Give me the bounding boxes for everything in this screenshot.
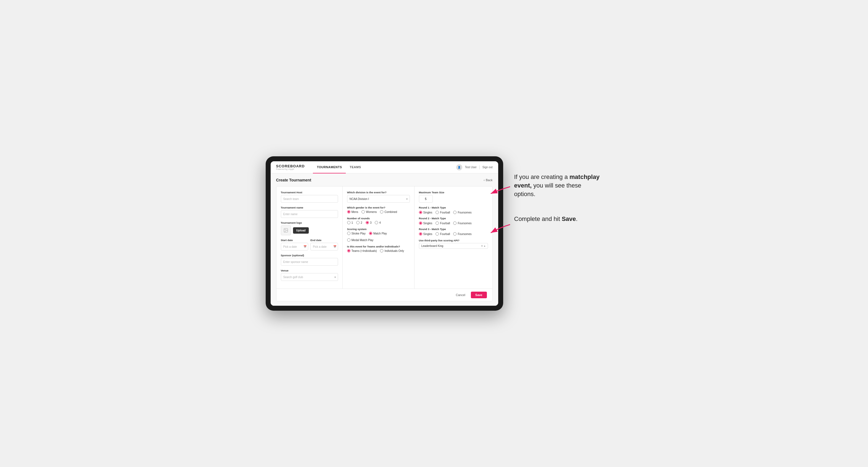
sign-out-link[interactable]: Sign out	[483, 166, 493, 169]
rounds-label: Number of rounds	[347, 217, 410, 220]
round3-radio-group: Singles Fourball Foursomes	[419, 232, 488, 236]
sponsor-label: Sponsor (optional)	[281, 254, 338, 257]
logo-title: SCOREBOARD	[276, 164, 305, 168]
logo-sub: Powered by clippit	[276, 168, 305, 170]
division-select[interactable]: NCAA Division I	[347, 195, 410, 203]
round-4[interactable]: 4	[375, 221, 381, 224]
venue-input[interactable]	[281, 273, 338, 281]
annotation-area: If you are creating a matchplay event, y…	[514, 156, 602, 223]
gender-mens[interactable]: Mens	[347, 210, 358, 214]
r1-foursomes[interactable]: Foursomes	[453, 211, 471, 214]
page-title: Create Tournament	[276, 178, 311, 182]
round3-label: Round 3 - Match Type	[419, 227, 488, 230]
tournament-logo-group: Tournament logo	[281, 221, 338, 235]
annotation-bottom-text: Complete and hit Save.	[514, 215, 602, 223]
date-row: Start date End date	[281, 239, 338, 254]
round1-radio-group: Singles Fourball Foursomes	[419, 211, 488, 214]
teams-group: Is this event for Teams and/or Individua…	[347, 245, 410, 252]
scoring-match[interactable]: Match Play	[369, 232, 387, 235]
teams-teams[interactable]: Teams (+Individuals)	[347, 249, 377, 252]
r3-fourball[interactable]: Fourball	[436, 232, 450, 236]
r1-singles[interactable]: Singles	[419, 211, 432, 214]
logo-upload-area: Upload	[281, 225, 338, 235]
start-date-label: Start date	[281, 239, 308, 242]
logo-area: SCOREBOARD Powered by clippit	[276, 164, 305, 170]
tournament-name-group: Tournament name	[281, 206, 338, 218]
nav-links: TOURNAMENTS TEAMS	[313, 161, 456, 174]
round3-match-type: Round 3 - Match Type Singles Fourball	[419, 227, 488, 236]
create-tournament-form: Tournament Host Tournament name Tourname…	[276, 186, 493, 301]
form-body: Tournament Host Tournament name Tourname…	[276, 186, 492, 289]
r1-fourball[interactable]: Fourball	[436, 211, 450, 214]
scoring-group: Scoring system Stroke Play Match Play	[347, 227, 410, 242]
teams-individuals[interactable]: Individuals Only	[380, 249, 404, 252]
form-col-mid: Which division is the event for? NCAA Di…	[343, 186, 414, 289]
end-date-group: End date	[310, 239, 338, 250]
round-2[interactable]: 2	[356, 221, 362, 224]
gender-womens[interactable]: Womens	[362, 210, 377, 214]
api-select-wrapper[interactable]: Leaderboard King ✕ ▸	[419, 243, 488, 249]
r2-foursomes[interactable]: Foursomes	[453, 221, 471, 225]
cancel-button[interactable]: Cancel	[453, 292, 469, 298]
gender-group: Which gender is the event for? Mens Wome…	[347, 206, 410, 214]
scoring-medal[interactable]: Medal Match Play	[347, 238, 373, 242]
end-date-input[interactable]	[310, 243, 338, 250]
nav-tournaments[interactable]: TOURNAMENTS	[313, 161, 346, 174]
teams-label: Is this event for Teams and/or Individua…	[347, 245, 410, 248]
scoring-radio-group: Stroke Play Match Play Medal Match Play	[347, 232, 410, 242]
tournament-host-group: Tournament Host	[281, 191, 338, 203]
end-date-wrapper	[310, 243, 338, 250]
back-label: Back	[486, 178, 492, 182]
back-link[interactable]: ‹ Back	[484, 178, 492, 182]
start-date-group: Start date	[281, 239, 308, 250]
r3-singles[interactable]: Singles	[419, 232, 432, 236]
r2-fourball[interactable]: Fourball	[436, 221, 450, 225]
tablet-screen: SCOREBOARD Powered by clippit TOURNAMENT…	[271, 161, 498, 306]
api-select-value: Leaderboard King	[422, 244, 443, 247]
form-col-right: Maximum Team Size Round 1 - Match Type S…	[414, 186, 492, 289]
gender-combined[interactable]: Combined	[380, 210, 397, 214]
r3-foursomes[interactable]: Foursomes	[453, 232, 471, 236]
annotation-top: If you are creating a matchplay event, y…	[514, 173, 602, 198]
r2-singles[interactable]: Singles	[419, 221, 432, 225]
main-content: Create Tournament ‹ Back Tournament Host	[271, 174, 498, 306]
division-label: Which division is the event for?	[347, 191, 410, 194]
api-arrow-icon[interactable]: ▸	[484, 244, 486, 247]
teams-radio-group: Teams (+Individuals) Individuals Only	[347, 249, 410, 252]
form-footer: Cancel Save	[276, 289, 492, 301]
scoring-stroke[interactable]: Stroke Play	[347, 232, 366, 235]
nav-right: 👤 Test User Sign out	[456, 164, 493, 170]
upload-button[interactable]: Upload	[293, 227, 309, 234]
tournament-name-input[interactable]	[281, 210, 338, 218]
tablet-device: SCOREBOARD Powered by clippit TOURNAMENT…	[266, 156, 503, 311]
form-col-left: Tournament Host Tournament name Tourname…	[276, 186, 343, 289]
api-label: Use third-party live scoring API?	[419, 239, 488, 242]
sponsor-input[interactable]	[281, 258, 338, 266]
arrow-bottom	[489, 223, 512, 234]
round-3[interactable]: 3	[366, 221, 372, 224]
svg-point-1	[285, 229, 285, 230]
nav-divider	[479, 165, 480, 169]
save-button[interactable]: Save	[471, 292, 487, 298]
page-header: Create Tournament ‹ Back	[276, 178, 493, 182]
end-date-label: End date	[310, 239, 338, 242]
round1-label: Round 1 - Match Type	[419, 206, 488, 209]
api-clear-icon[interactable]: ✕	[481, 244, 483, 247]
tournament-name-label: Tournament name	[281, 206, 338, 209]
max-team-size-group: Maximum Team Size	[419, 191, 488, 203]
venue-select-wrapper	[281, 273, 338, 281]
max-team-size-input[interactable]	[419, 195, 433, 203]
start-date-input[interactable]	[281, 243, 308, 250]
division-group: Which division is the event for? NCAA Di…	[347, 191, 410, 203]
round2-match-type: Round 2 - Match Type Singles Fourball	[419, 217, 488, 225]
rounds-group: Number of rounds 1 2	[347, 217, 410, 224]
rounds-radio-group: 1 2 3	[347, 221, 410, 224]
scoring-label: Scoring system	[347, 227, 410, 230]
tournament-host-input[interactable]	[281, 195, 338, 203]
venue-group: Venue	[281, 269, 338, 281]
round-1[interactable]: 1	[347, 221, 353, 224]
avatar: 👤	[456, 164, 462, 170]
nav-teams[interactable]: TEAMS	[346, 161, 365, 174]
venue-label: Venue	[281, 269, 338, 272]
max-team-size-label: Maximum Team Size	[419, 191, 488, 194]
